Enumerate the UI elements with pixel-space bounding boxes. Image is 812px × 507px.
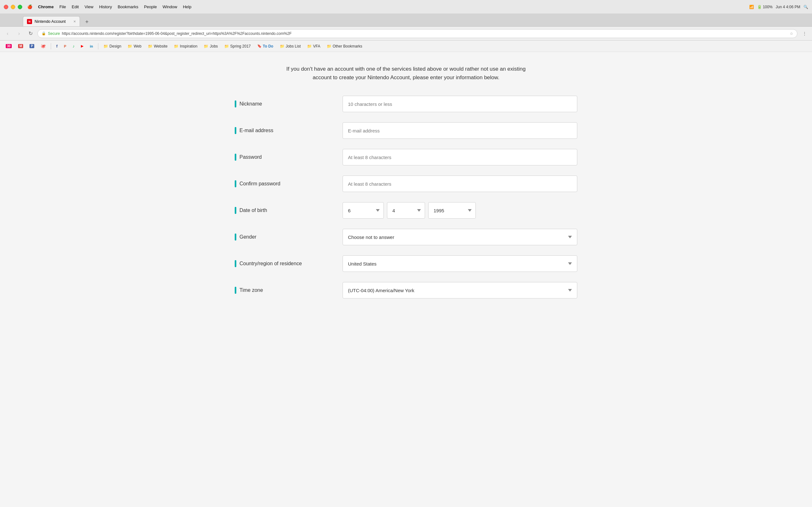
confirm-password-row: Confirm password	[235, 176, 577, 192]
bm-jobs-list[interactable]: 📁 Jobs List	[277, 43, 303, 50]
timezone-input-wrap: (UTC-04:00) America/New York (UTC-05:00)…	[343, 282, 577, 298]
extensions-button[interactable]: ⋮	[800, 29, 809, 38]
bm-30[interactable]: 30	[3, 43, 14, 49]
menu-people[interactable]: People	[144, 4, 157, 9]
country-select[interactable]: United States Canada United Kingdom	[343, 256, 577, 272]
bm-jobs[interactable]: 📁 Jobs	[201, 43, 220, 50]
wifi-icon: 📶	[749, 5, 754, 9]
bm-p[interactable]: P	[27, 43, 37, 49]
timezone-label: Time zone	[235, 287, 343, 294]
bm-design[interactable]: 📁 Design	[101, 43, 124, 50]
gender-indicator	[235, 233, 236, 240]
divider	[51, 43, 51, 49]
apple-menu[interactable]: 🍎	[27, 4, 32, 9]
new-tab-button[interactable]: +	[81, 17, 93, 26]
dob-indicator	[235, 207, 236, 214]
menu-view[interactable]: View	[84, 4, 93, 9]
menu-file[interactable]: File	[59, 4, 66, 9]
nickname-input[interactable]	[343, 96, 577, 112]
email-indicator	[235, 127, 236, 134]
country-indicator	[235, 260, 236, 267]
timezone-select[interactable]: (UTC-04:00) America/New York (UTC-05:00)…	[343, 282, 577, 298]
bm-inspiration[interactable]: 📁 Inspiration	[171, 43, 200, 50]
password-row: Password	[235, 149, 577, 165]
bm-github[interactable]: 🐙	[38, 43, 48, 50]
bm-facebook[interactable]: f	[54, 43, 60, 50]
dob-row: Date of birth 6 123 457 8910 1112 4 1995	[235, 202, 577, 219]
menu-edit[interactable]: Edit	[72, 4, 79, 9]
tab-bar: N Nintendo Account × +	[0, 14, 812, 26]
country-label: Country/region of residence	[235, 260, 343, 267]
timezone-indicator	[235, 287, 236, 294]
bm-youtube[interactable]: ▶	[78, 43, 86, 49]
bm-web[interactable]: 📁 Web	[125, 43, 144, 50]
dob-month-select[interactable]: 6 123 457 8910 1112	[343, 202, 384, 219]
titlebar: 🍎 Chrome File Edit View History Bookmark…	[0, 0, 812, 14]
email-label: E-mail address	[235, 127, 343, 134]
nickname-label: Nickname	[235, 101, 343, 107]
active-tab[interactable]: N Nintendo Account ×	[23, 16, 80, 26]
secure-label: Secure	[48, 32, 60, 36]
bm-spotify[interactable]: ♪	[70, 43, 78, 50]
minimize-button[interactable]	[11, 5, 15, 9]
dob-day-select[interactable]: 4	[387, 202, 425, 219]
gender-input-wrap: Choose not to answer Male Female	[343, 229, 577, 245]
dob-year-select[interactable]: 1995	[428, 202, 476, 219]
timezone-row: Time zone (UTC-04:00) America/New York (…	[235, 282, 577, 298]
email-row: E-mail address	[235, 122, 577, 139]
bm-other[interactable]: 📁 Other Bookmarks	[324, 43, 365, 50]
country-input-wrap: United States Canada United Kingdom	[343, 256, 577, 272]
nickname-indicator	[235, 101, 236, 107]
bm-spring2017[interactable]: 📁 Spring 2017	[222, 43, 253, 50]
confirm-password-input[interactable]	[343, 176, 577, 192]
fullscreen-button[interactable]	[18, 5, 22, 9]
country-row: Country/region of residence United State…	[235, 256, 577, 272]
omnibox[interactable]: 🔒 Secure https://accounts.nintendo.com/r…	[38, 29, 798, 38]
clock: Jun 4 4:06 PM	[776, 5, 800, 9]
app-name[interactable]: Chrome	[38, 4, 54, 9]
email-input[interactable]	[343, 122, 577, 139]
confirm-password-label: Confirm password	[235, 180, 343, 187]
close-button[interactable]	[4, 5, 8, 9]
forward-button[interactable]: ›	[14, 29, 23, 38]
email-input-wrap	[343, 122, 577, 139]
omnibar-row: ‹ › ↻ 🔒 Secure https://accounts.nintendo…	[0, 26, 812, 41]
intro-text: If you don't have an account with one of…	[235, 65, 577, 82]
page-content: If you don't have an account with one of…	[0, 52, 812, 507]
tab-title: Nintendo Account	[35, 19, 66, 24]
back-button[interactable]: ‹	[3, 29, 12, 38]
search-icon[interactable]: 🔍	[803, 5, 808, 9]
reload-button[interactable]: ↻	[26, 29, 35, 38]
tab-close-button[interactable]: ×	[73, 19, 76, 24]
bm-website[interactable]: 📁 Website	[145, 43, 170, 50]
bm-gmail[interactable]: M	[15, 43, 26, 49]
confirm-password-input-wrap	[343, 176, 577, 192]
tab-favicon: N	[27, 19, 32, 24]
bm-vfa[interactable]: 📁 VFA	[305, 43, 323, 50]
divider2	[98, 43, 98, 49]
password-input-wrap	[343, 149, 577, 165]
form-container: If you don't have an account with one of…	[235, 65, 577, 494]
menu-bookmarks[interactable]: Bookmarks	[118, 4, 138, 9]
bm-todo[interactable]: 🔖 To Do	[255, 43, 276, 50]
menu-history[interactable]: History	[99, 4, 112, 9]
url-display[interactable]: https://accounts.nintendo.com/register?b…	[62, 32, 788, 36]
gender-select[interactable]: Choose not to answer Male Female	[343, 229, 577, 245]
dob-input-wrap: 6 123 457 8910 1112 4 1995	[343, 202, 577, 219]
battery-icon: 🔋 100%	[757, 5, 773, 9]
bm-linkedin[interactable]: in	[87, 43, 96, 49]
password-input[interactable]	[343, 149, 577, 165]
bookmarks-bar: 30 M P 🐙 f P ♪ ▶ in 📁 Design 📁 Web 📁 Web…	[0, 41, 812, 52]
menu-window[interactable]: Window	[162, 4, 177, 9]
bookmark-star-icon[interactable]: ☆	[790, 32, 793, 36]
password-label: Password	[235, 154, 343, 161]
menu-help[interactable]: Help	[183, 4, 192, 9]
nickname-input-wrap	[343, 96, 577, 112]
gender-label: Gender	[235, 233, 343, 240]
secure-icon: 🔒	[42, 32, 46, 36]
nickname-row: Nickname	[235, 96, 577, 112]
bm-product-hunt[interactable]: P	[61, 43, 68, 49]
dob-label: Date of birth	[235, 207, 343, 214]
confirm-password-indicator	[235, 180, 236, 187]
traffic-lights[interactable]	[4, 5, 22, 9]
